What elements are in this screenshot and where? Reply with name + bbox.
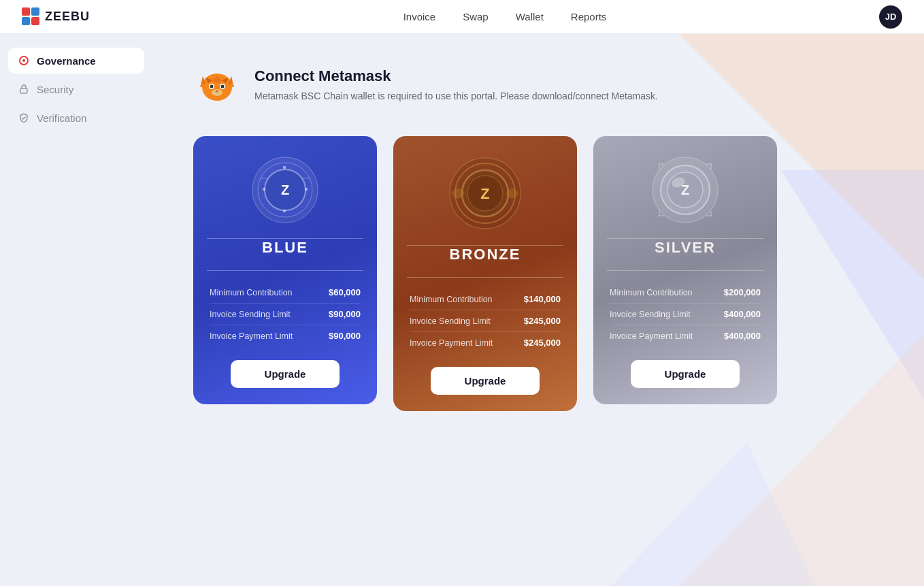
- sidebar-governance-label: Governance: [37, 55, 96, 67]
- metamask-text-block: Connect Metamask Metamask BSC Chain wall…: [254, 67, 658, 103]
- sidebar-item-governance[interactable]: Governance: [8, 48, 144, 74]
- blue-stat-value-0: $60,000: [329, 287, 361, 297]
- nav-swap[interactable]: Swap: [463, 11, 489, 22]
- blue-stat-label-2: Invoice Payment Limit: [210, 331, 293, 341]
- svg-point-22: [216, 91, 219, 93]
- svg-rect-51: [659, 211, 660, 216]
- svg-rect-33: [283, 210, 286, 212]
- svg-point-20: [210, 85, 214, 88]
- silver-card-footer: Upgrade: [593, 346, 777, 388]
- top-navigation: ZEEBU Invoice Swap Wallet Reports JD: [0, 0, 924, 34]
- card-blue: Z BLUE Minimum Con: [193, 136, 377, 404]
- metamask-description: Metamask BSC Chain wallet is required to…: [254, 89, 658, 103]
- svg-point-5: [22, 59, 25, 62]
- blue-stat-value-2: $90,000: [329, 331, 361, 341]
- blue-stat-label-1: Invoice Sending Limit: [210, 310, 291, 319]
- silver-stat-2: Invoice Payment Limit $400,000: [610, 325, 761, 346]
- bronze-stat-1: Invoice Sending Limit $245,000: [410, 310, 561, 332]
- bronze-stat-2: Invoice Payment Limit $245,000: [410, 332, 561, 353]
- blue-tier-title: BLUE: [193, 239, 377, 257]
- bronze-stat-value-0: $140,000: [524, 294, 561, 304]
- silver-stats: Minimum Contribution $200,000 Invoice Se…: [593, 271, 777, 346]
- bronze-stats: Minimum Contribution $140,000 Invoice Se…: [393, 278, 577, 353]
- silver-stat-1: Invoice Sending Limit $400,000: [610, 304, 761, 325]
- svg-text:Z: Z: [681, 182, 689, 197]
- silver-upgrade-button[interactable]: Upgrade: [631, 360, 740, 388]
- logo-text: ZEEBU: [45, 10, 90, 24]
- svg-rect-2: [22, 17, 30, 25]
- governance-icon: [18, 54, 30, 67]
- user-avatar[interactable]: JD: [879, 5, 902, 29]
- svg-text:Z: Z: [480, 185, 489, 202]
- bronze-emblem-svg: Z: [444, 152, 526, 234]
- blue-upgrade-button[interactable]: Upgrade: [231, 360, 340, 388]
- bronze-card-footer: Upgrade: [393, 353, 577, 395]
- blue-card-footer: Upgrade: [193, 346, 377, 388]
- silver-stat-label-0: Minimum Contribution: [610, 288, 693, 297]
- svg-rect-3: [31, 17, 39, 25]
- svg-rect-6: [20, 88, 27, 93]
- bronze-stat-value-2: $245,000: [524, 338, 561, 348]
- svg-rect-30: [263, 188, 265, 191]
- svg-marker-10: [611, 442, 815, 586]
- logo[interactable]: ZEEBU: [22, 7, 90, 27]
- svg-rect-31: [305, 188, 308, 191]
- bronze-tier-title: BRONZE: [393, 246, 577, 263]
- svg-point-21: [221, 85, 225, 88]
- nav-links: Invoice Swap Wallet Reports: [131, 11, 879, 22]
- bronze-stat-0: Minimum Contribution $140,000: [410, 289, 561, 310]
- card-bronze: Z BRONZE Minimum Contribution $140,000: [393, 136, 577, 411]
- svg-rect-47: [659, 163, 660, 169]
- silver-tier-title: SILVER: [593, 239, 777, 257]
- sidebar-item-verification[interactable]: Verification: [8, 105, 144, 131]
- svg-text:Z: Z: [281, 182, 289, 197]
- blue-stat-0: Minimum Contribution $60,000: [210, 282, 361, 304]
- main-layout: Governance Security Verification: [0, 34, 924, 586]
- shield-icon: [18, 112, 30, 124]
- silver-emblem: Z: [593, 136, 777, 238]
- sidebar-item-security[interactable]: Security: [8, 76, 144, 102]
- blue-stat-label-0: Minimum Contribution: [210, 288, 293, 297]
- bronze-stat-label-2: Invoice Payment Limit: [410, 338, 493, 348]
- metamask-icon: [193, 61, 241, 109]
- main-content: Connect Metamask Metamask BSC Chain wall…: [152, 34, 924, 586]
- svg-rect-32: [283, 166, 286, 169]
- silver-emblem-svg: Z: [648, 152, 723, 227]
- nav-invoice[interactable]: Invoice: [403, 11, 436, 22]
- blue-emblem: Z: [193, 136, 377, 238]
- blue-stats-divider: [207, 270, 363, 271]
- bronze-stat-label-1: Invoice Sending Limit: [410, 316, 491, 326]
- nav-reports[interactable]: Reports: [571, 11, 607, 22]
- silver-stat-label-1: Invoice Sending Limit: [610, 310, 691, 319]
- silver-stat-0: Minimum Contribution $200,000: [610, 282, 761, 304]
- logo-icon: [22, 7, 41, 27]
- nav-wallet[interactable]: Wallet: [516, 11, 544, 22]
- bronze-stats-divider: [407, 277, 563, 278]
- sidebar-security-label: Security: [37, 84, 73, 95]
- svg-rect-49: [710, 163, 712, 169]
- lock-icon: [18, 83, 30, 95]
- blue-stat-2: Invoice Payment Limit $90,000: [210, 325, 361, 346]
- silver-stats-divider: [607, 270, 763, 271]
- silver-stat-value-0: $200,000: [724, 287, 761, 297]
- silver-stat-value-2: $400,000: [724, 331, 761, 341]
- sidebar-verification-label: Verification: [37, 112, 86, 124]
- svg-rect-53: [710, 211, 712, 216]
- bronze-stat-value-1: $245,000: [524, 316, 561, 326]
- blue-stat-1: Invoice Sending Limit $90,000: [210, 304, 361, 325]
- silver-divider: [607, 238, 763, 239]
- silver-stat-value-1: $400,000: [724, 309, 761, 319]
- bronze-divider: [407, 245, 563, 246]
- bronze-stat-label-0: Minimum Contribution: [410, 295, 493, 304]
- bronze-upgrade-button[interactable]: Upgrade: [431, 367, 540, 395]
- blue-stat-value-1: $90,000: [329, 309, 361, 319]
- blue-divider: [207, 238, 363, 239]
- svg-rect-1: [31, 7, 39, 16]
- sidebar: Governance Security Verification: [0, 34, 152, 586]
- metamask-connect-bar: Connect Metamask Metamask BSC Chain wall…: [193, 61, 883, 109]
- card-silver: Z SILVER: [593, 136, 777, 404]
- svg-rect-0: [22, 7, 30, 16]
- blue-emblem-svg: Z: [248, 152, 323, 227]
- silver-stat-label-2: Invoice Payment Limit: [610, 331, 693, 341]
- metamask-title: Connect Metamask: [254, 67, 658, 85]
